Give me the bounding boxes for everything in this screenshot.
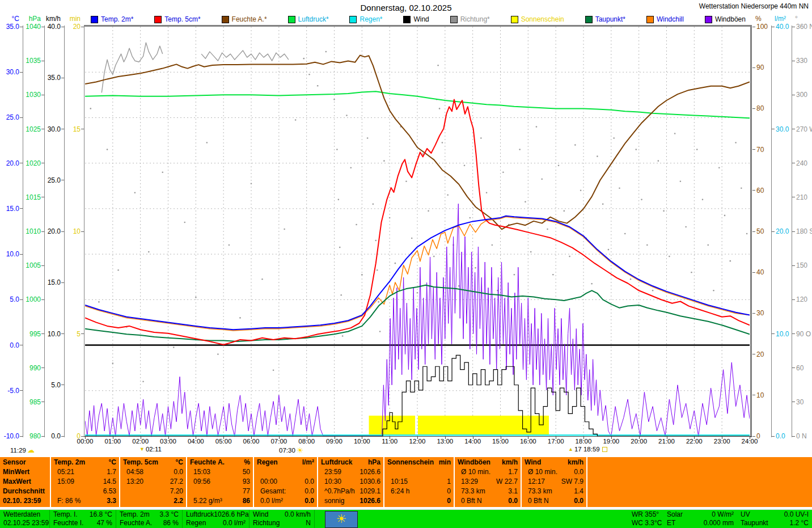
legend-label: Wind bbox=[413, 15, 429, 23]
status-label: Temp. I. bbox=[53, 510, 78, 519]
cell-label: Ø 10 min. bbox=[458, 467, 490, 477]
axis-tick-label: 5.0 bbox=[37, 382, 61, 388]
status-row: Temp. 2m3.3 °C bbox=[120, 510, 179, 519]
series-dot-Richtung bbox=[536, 126, 538, 128]
status-row: UV0.0 UV-I bbox=[741, 510, 809, 519]
axis-tick bbox=[20, 345, 23, 345]
moon-icon: ☁ bbox=[27, 446, 35, 454]
axis-tick bbox=[792, 299, 795, 300]
series-dot-Richtung bbox=[325, 51, 327, 53]
cell-value: 0 bbox=[447, 487, 451, 496]
table-row-label: Durchschnitt bbox=[3, 487, 47, 496]
series-dot-Richtung bbox=[574, 144, 576, 146]
status-row: Luftdruck1026.6 hPa bbox=[186, 510, 246, 519]
cell-value: 50 bbox=[243, 467, 250, 477]
series-dot-Richtung bbox=[295, 119, 297, 121]
axis-tick-label: 25.0 bbox=[37, 177, 61, 184]
series-dot-Richtung bbox=[646, 244, 648, 246]
table-column-header: Feuchte A.% bbox=[190, 458, 250, 467]
x-axis-tick bbox=[196, 437, 196, 439]
series-dot-Richtung bbox=[273, 369, 274, 371]
table-row bbox=[387, 467, 451, 477]
column-name: Sonnenschein bbox=[387, 458, 434, 467]
table-row bbox=[257, 467, 314, 477]
table-row: 15:0914.5 bbox=[54, 477, 116, 487]
table-row: 00:000.0 bbox=[257, 477, 314, 487]
cell-value: 86 bbox=[243, 496, 250, 506]
axis-tick bbox=[41, 95, 44, 95]
cell-value: 0.0 bbox=[304, 487, 314, 496]
cell-value: 27.2 bbox=[170, 477, 183, 487]
x-axis-tick bbox=[556, 437, 556, 439]
series-dot-Richtung bbox=[379, 331, 381, 332]
status-value: N bbox=[306, 519, 311, 527]
axis-unit-label: min bbox=[58, 15, 81, 23]
series-dot-Richtung bbox=[530, 251, 532, 253]
status-section: Temp. I.16.8 °CFeuchte I.47 % bbox=[50, 510, 116, 528]
series-dot-Richtung bbox=[641, 199, 642, 201]
series-dot-Richtung bbox=[730, 260, 731, 262]
axis-tick-label: 10 bbox=[756, 392, 783, 399]
axis-tick bbox=[792, 27, 795, 27]
cell-label bbox=[257, 467, 260, 477]
series-dot-Richtung bbox=[217, 353, 219, 355]
status-section: Luftdruck1026.6 hPaRegen0.0 l/m² bbox=[183, 510, 249, 528]
annotation-text: 17 18:59 bbox=[574, 446, 600, 453]
cell-value: 2.2 bbox=[174, 496, 183, 506]
axis-tick bbox=[772, 436, 775, 437]
column-unit: °C bbox=[109, 458, 116, 467]
status-row: Feuchte I.47 % bbox=[53, 519, 112, 527]
series-dot-Richtung bbox=[558, 164, 560, 166]
axis-tick bbox=[752, 436, 755, 437]
status-value: 0.0 l/m² bbox=[223, 519, 246, 527]
axis-tick-label: 90 O bbox=[796, 331, 812, 337]
axis-tick bbox=[792, 163, 795, 163]
axis-tick-label: 150 bbox=[796, 262, 812, 269]
legend-swatch bbox=[450, 16, 458, 23]
axis-tick bbox=[792, 95, 795, 95]
page-title: Donnerstag, 02.10.2025 bbox=[0, 3, 812, 12]
plot-border-bottom bbox=[84, 436, 752, 437]
axis-tick-label: 1030 bbox=[17, 91, 41, 98]
axis-tick bbox=[792, 197, 795, 197]
table-row: sonnig1026.6 bbox=[321, 496, 380, 506]
table-column-header: Regenl/m² bbox=[257, 458, 314, 467]
series-dot-Richtung bbox=[350, 167, 352, 168]
table-row: 05:211.7 bbox=[54, 467, 116, 477]
status-label: UV bbox=[741, 510, 750, 519]
column-unit: km/h bbox=[502, 458, 518, 467]
legend-item: Temp. 5cm* bbox=[154, 15, 200, 23]
series-dot-Richtung bbox=[229, 244, 230, 246]
series-dot-Richtung bbox=[346, 115, 348, 116]
cell-value: 0.0 bbox=[304, 496, 314, 506]
axis-tick bbox=[41, 163, 44, 163]
cell-value: 3.1 bbox=[508, 487, 518, 496]
x-axis-tick bbox=[362, 437, 362, 439]
x-axis-tick bbox=[750, 437, 750, 439]
cell-value: 1029.1 bbox=[360, 487, 380, 496]
cell-label: 5.22 g/m³ bbox=[190, 496, 222, 506]
legend-item: Temp. 2m* bbox=[91, 15, 133, 23]
axis-tick bbox=[752, 108, 755, 109]
series-dot-Richtung bbox=[591, 283, 593, 285]
legend-swatch bbox=[646, 16, 654, 23]
status-value: 16.8 °C bbox=[90, 510, 112, 519]
axis-tick bbox=[772, 27, 775, 27]
series-dot-Richtung bbox=[564, 210, 565, 212]
status-row: WR 355° bbox=[632, 510, 660, 519]
cell-label: 13:20 bbox=[123, 477, 143, 487]
legend-label: Richtung* bbox=[460, 15, 490, 23]
axis-tick-label: 60 bbox=[796, 365, 812, 371]
axis-tick-label: 60 bbox=[756, 187, 783, 194]
cell-label: F: 86 % bbox=[54, 496, 81, 506]
column-unit: l/m² bbox=[302, 458, 314, 467]
cell-value: 14.5 bbox=[103, 477, 116, 487]
cell-label: 05:21 bbox=[54, 467, 74, 477]
status-section: Temp. 2m3.3 °CFeuchte A.86 % bbox=[116, 510, 183, 528]
series-dot-Richtung bbox=[702, 199, 704, 201]
series-dot-Richtung bbox=[373, 204, 374, 205]
legend-swatch bbox=[91, 16, 98, 23]
status-label: WR 355° bbox=[632, 510, 659, 519]
cell-value: 0 bbox=[447, 496, 451, 506]
series-dot-Richtung bbox=[547, 229, 548, 230]
